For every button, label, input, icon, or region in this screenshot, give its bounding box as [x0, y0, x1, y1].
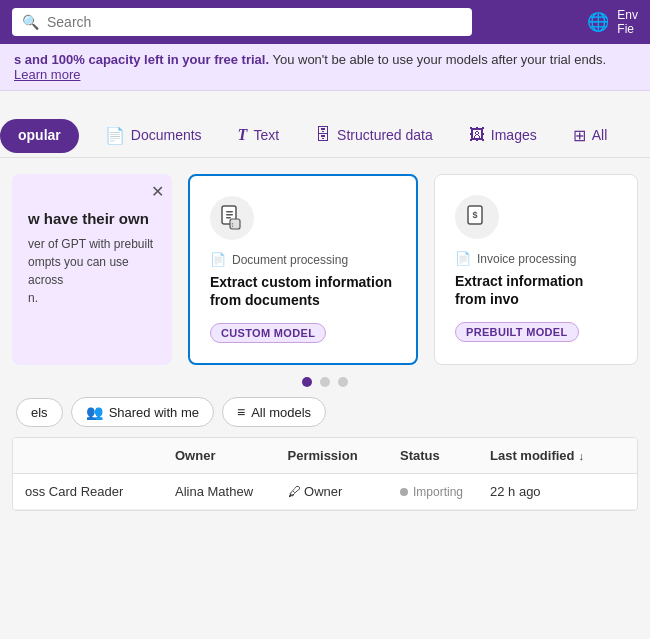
row-modified: 22 h ago	[490, 484, 625, 499]
carousel-dots	[12, 377, 638, 387]
filter-all-models-label: All models	[251, 405, 311, 420]
search-input[interactable]	[47, 14, 462, 30]
tab-popular[interactable]: opular	[0, 119, 79, 153]
row-name: oss Card Reader	[25, 484, 175, 499]
col-modified: Last modified ↓	[490, 448, 625, 463]
banner-text: You won't be able to use your models aft…	[272, 52, 606, 67]
tab-popular-label: opular	[18, 127, 61, 143]
globe-icon: 🌐	[587, 11, 609, 33]
row-status-text: Importing	[413, 485, 463, 499]
status-dot	[400, 488, 408, 496]
featured-card-category-row: 📄 Document processing	[210, 252, 396, 267]
header: 🔍 🌐 Env Fie	[0, 0, 650, 44]
tabs-row: opular 📄 Documents T Text 🗄 Structured d…	[0, 115, 650, 158]
search-icon: 🔍	[22, 14, 39, 30]
doc-icon: 📄	[210, 252, 226, 267]
col-owner: Owner	[175, 448, 288, 463]
banner-bold: s and 100% capacity left in your free tr…	[14, 52, 269, 67]
tab-images[interactable]: 🖼 Images	[451, 116, 555, 156]
featured-card-category: Document processing	[232, 253, 348, 267]
tab-documents[interactable]: 📄 Documents	[87, 116, 220, 157]
images-icon: 🖼	[469, 126, 485, 144]
close-button[interactable]: ✕	[151, 182, 164, 201]
models-table: Owner Permission Status Last modified ↓ …	[12, 437, 638, 511]
row-permission: 🖊 Owner	[288, 484, 401, 499]
all-models-icon: ≡	[237, 404, 245, 420]
svg-rect-2	[226, 214, 233, 216]
col-status: Status	[400, 448, 490, 463]
featured-card-icon: ↕	[210, 196, 254, 240]
header-right: 🌐 Env Fie	[587, 8, 638, 37]
main-content: ✕ w have their own ver of GPT with prebu…	[0, 158, 650, 527]
tab-structured[interactable]: 🗄 Structured data	[297, 116, 451, 156]
right-partial-card[interactable]: $ 📄 Invoice processing Extract informati…	[434, 174, 638, 365]
right-card-icon: $	[455, 195, 499, 239]
svg-text:↕: ↕	[231, 221, 235, 228]
dot-1[interactable]	[302, 377, 312, 387]
right-card-title: Extract information from invo	[455, 272, 617, 308]
right-card-category: Invoice processing	[477, 252, 576, 266]
featured-card-badge: CUSTOM MODEL	[210, 323, 326, 343]
documents-icon: 📄	[105, 126, 125, 145]
right-card-badge: PREBUILT MODEL	[455, 322, 579, 342]
table-header: Owner Permission Status Last modified ↓	[13, 438, 637, 474]
header-env-text: Env Fie	[617, 8, 638, 37]
svg-text:$: $	[472, 210, 477, 220]
svg-rect-1	[226, 211, 233, 213]
tab-text[interactable]: T Text	[220, 116, 297, 156]
cards-section: ✕ w have their own ver of GPT with prebu…	[12, 174, 638, 365]
featured-card[interactable]: ↕ 📄 Document processing Extract custom i…	[188, 174, 418, 365]
tab-all-label: All	[592, 127, 608, 143]
sort-icon: ↓	[579, 450, 585, 462]
tab-all[interactable]: ⊞ All	[555, 116, 626, 157]
filter-els-label: els	[31, 405, 48, 420]
row-owner: Alina Mathew	[175, 484, 288, 499]
left-card-desc2: ompts you can use across	[28, 253, 156, 289]
table-row[interactable]: oss Card Reader Alina Mathew 🖊 Owner Imp…	[13, 474, 637, 510]
col-permission: Permission	[288, 448, 401, 463]
filter-all-models[interactable]: ≡ All models	[222, 397, 326, 427]
left-card-desc3: n.	[28, 289, 156, 307]
left-promo-card: ✕ w have their own ver of GPT with prebu…	[12, 174, 172, 365]
tab-structured-label: Structured data	[337, 127, 433, 143]
search-bar[interactable]: 🔍	[12, 8, 472, 36]
filter-shared[interactable]: 👥 Shared with me	[71, 397, 214, 427]
all-icon: ⊞	[573, 126, 586, 145]
dot-2[interactable]	[320, 377, 330, 387]
filter-shared-label: Shared with me	[109, 405, 199, 420]
filter-els[interactable]: els	[16, 398, 63, 427]
structured-icon: 🗄	[315, 126, 331, 144]
filter-row: els 👥 Shared with me ≡ All models	[12, 397, 638, 437]
invoice-doc-icon: 📄	[455, 251, 471, 266]
spacer	[0, 91, 650, 115]
right-card-category-row: 📄 Invoice processing	[455, 251, 617, 266]
tab-images-label: Images	[491, 127, 537, 143]
shared-icon: 👥	[86, 404, 103, 420]
left-card-title: w have their own	[28, 210, 156, 227]
learn-more-link[interactable]: Learn more	[14, 67, 80, 82]
row-status: Importing	[400, 485, 490, 499]
featured-card-title: Extract custom information from document…	[210, 273, 396, 309]
text-icon: T	[238, 126, 248, 144]
dot-3[interactable]	[338, 377, 348, 387]
col-name	[25, 448, 175, 463]
svg-rect-3	[226, 217, 231, 219]
tab-text-label: Text	[253, 127, 279, 143]
trial-banner: s and 100% capacity left in your free tr…	[0, 44, 650, 91]
left-card-desc1: ver of GPT with prebuilt	[28, 235, 156, 253]
tab-documents-label: Documents	[131, 127, 202, 143]
